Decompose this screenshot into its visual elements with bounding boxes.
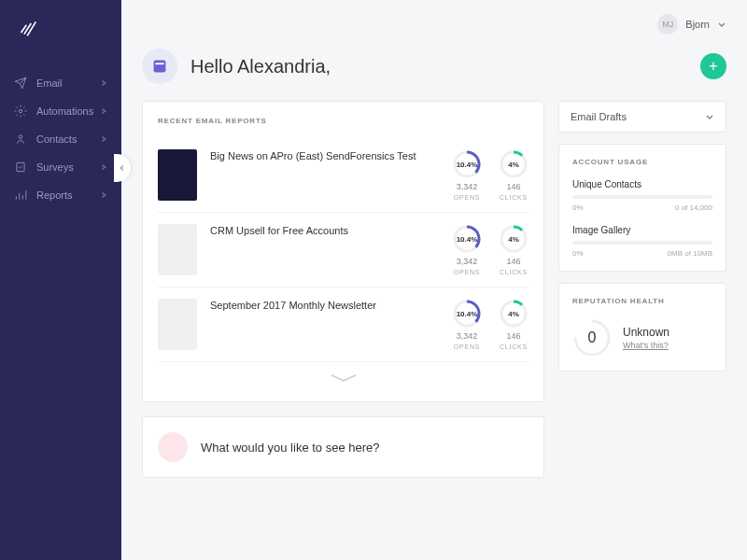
account-usage-card: ACCOUNT USAGE Unique Contacts 0%0 of 14,… bbox=[558, 144, 726, 272]
reputation-card: REPUTATION HEALTH 0 Unknown What's this? bbox=[558, 283, 726, 371]
chevron-right-icon bbox=[100, 79, 107, 87]
report-row[interactable]: CRM Upsell for Free Accounts 10.4% 3,342… bbox=[158, 213, 529, 287]
prompt-text: What would you like to see here? bbox=[201, 441, 380, 455]
sidebar-item-email[interactable]: Email bbox=[0, 69, 121, 97]
sidebar-item-label: Surveys bbox=[36, 161, 74, 173]
sidebar: Email Automations Contacts Surveys Repor… bbox=[0, 0, 121, 560]
username: Bjorn bbox=[685, 19, 710, 30]
sidebar-item-automations[interactable]: Automations bbox=[0, 97, 121, 125]
card-title: ACCOUNT USAGE bbox=[572, 158, 712, 166]
chevron-right-icon bbox=[100, 163, 107, 171]
add-button[interactable]: + bbox=[700, 53, 726, 79]
greeting-avatar-icon bbox=[142, 49, 177, 84]
clicks-metric: 4% 146CLICKS bbox=[499, 299, 529, 350]
clicks-metric: 4% 146CLICKS bbox=[499, 149, 529, 201]
reputation-gauge: 0 bbox=[572, 318, 612, 357]
report-thumbnail bbox=[158, 149, 197, 201]
report-row[interactable]: Big News on APro (East) SendForensics Te… bbox=[158, 138, 529, 213]
report-title: Big News on APro (East) SendForensics Te… bbox=[210, 149, 439, 163]
sidebar-item-label: Automations bbox=[36, 105, 93, 117]
logo bbox=[0, 19, 121, 41]
greeting-text: Hello Alexandria, bbox=[190, 56, 331, 77]
prompt-icon bbox=[158, 432, 188, 462]
chevron-down-icon[interactable] bbox=[717, 20, 726, 29]
svg-point-1 bbox=[19, 135, 22, 139]
clipboard-check-icon bbox=[14, 161, 27, 174]
svg-point-0 bbox=[19, 109, 22, 113]
reputation-status: Unknown bbox=[623, 326, 669, 339]
sidebar-item-contacts[interactable]: Contacts bbox=[0, 125, 121, 153]
report-thumbnail bbox=[158, 224, 197, 275]
report-title: CRM Upsell for Free Accounts bbox=[210, 224, 439, 238]
bar-chart-icon bbox=[14, 189, 27, 202]
expand-toggle[interactable] bbox=[158, 362, 529, 386]
usage-image-gallery: Image Gallery 0%0MB of 10MB bbox=[572, 225, 712, 258]
opens-metric: 10.4% 3,342OPENS bbox=[452, 224, 482, 275]
chevron-right-icon bbox=[100, 191, 107, 199]
customize-prompt-card[interactable]: What would you like to see here? bbox=[142, 416, 544, 478]
sidebar-item-surveys[interactable]: Surveys bbox=[0, 153, 121, 181]
send-icon bbox=[14, 77, 27, 90]
main-content: MJ Bjorn Hello Alexandria, + RECENT EMAI… bbox=[121, 0, 747, 560]
svg-rect-4 bbox=[155, 63, 163, 64]
card-title: REPUTATION HEALTH bbox=[572, 297, 712, 305]
report-title: September 2017 Monthly Newsletter bbox=[210, 299, 439, 313]
sidebar-item-label: Email bbox=[36, 77, 63, 89]
gear-icon bbox=[14, 105, 27, 118]
opens-metric: 10.4% 3,342OPENS bbox=[452, 299, 482, 350]
chevron-right-icon bbox=[100, 107, 107, 115]
sidebar-item-label: Reports bbox=[36, 189, 73, 201]
progress-bar bbox=[572, 195, 712, 199]
opens-metric: 10.4% 3,342OPENS bbox=[452, 149, 482, 201]
user-icon bbox=[14, 133, 27, 146]
recent-reports-card: RECENT EMAIL REPORTS Big News on APro (E… bbox=[142, 101, 544, 402]
chevron-down-icon bbox=[705, 112, 714, 121]
greeting-row: Hello Alexandria, + bbox=[142, 49, 726, 84]
drafts-dropdown[interactable]: Email Drafts bbox=[558, 101, 726, 133]
report-row[interactable]: September 2017 Monthly Newsletter 10.4% … bbox=[158, 287, 529, 362]
progress-bar bbox=[572, 241, 712, 245]
whats-this-link[interactable]: What's this? bbox=[623, 341, 669, 350]
usage-contacts: Unique Contacts 0%0 of 14,000 bbox=[572, 179, 712, 212]
clicks-metric: 4% 146CLICKS bbox=[499, 224, 529, 275]
card-title: RECENT EMAIL REPORTS bbox=[158, 117, 529, 125]
dropdown-label: Email Drafts bbox=[571, 111, 627, 122]
report-thumbnail bbox=[158, 299, 197, 350]
top-header: MJ Bjorn bbox=[142, 14, 726, 35]
avatar[interactable]: MJ bbox=[657, 14, 678, 35]
svg-rect-3 bbox=[154, 61, 166, 73]
sidebar-item-reports[interactable]: Reports bbox=[0, 181, 121, 209]
chevron-right-icon bbox=[100, 135, 107, 143]
sidebar-item-label: Contacts bbox=[36, 133, 77, 145]
